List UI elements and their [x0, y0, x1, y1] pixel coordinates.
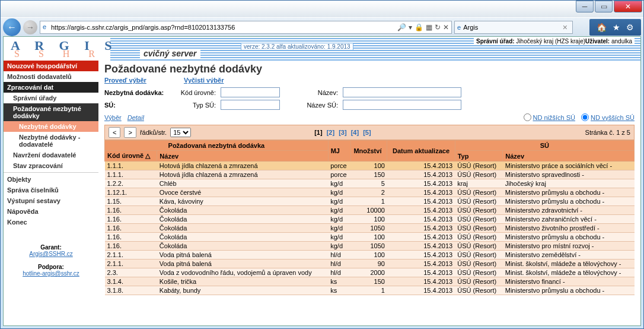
table-row[interactable]: 1.16.Čokoládakg/d105015.4.2013ÚSÚ (Resor… — [105, 242, 635, 251]
table-row[interactable]: 1.1.1.Hotová jídla chlazená a zmrazenápo… — [105, 170, 635, 179]
ie-icon: e — [43, 23, 51, 31]
app-window: ─ ▭ ✕ ← → e 🔎▾ 🔒 ▦ ↻ ✕ e Argis × 🏠 ★ — [0, 0, 644, 329]
tab-close-icon[interactable]: × — [563, 23, 568, 32]
server-label: cvičný server — [140, 49, 200, 58]
podpora-mail-link[interactable]: hotline-argis@sshr.cz — [7, 270, 95, 277]
nd-vyssich-radio[interactable]: ND vyšších SÚ — [581, 113, 635, 121]
sidebar-item-spravni-urady[interactable]: Správní úřady — [4, 93, 98, 103]
sidebar-item-navrzeni[interactable]: Navržení dodavatelé — [4, 150, 98, 160]
vycisti-vyber-link[interactable]: Vyčisti výběr — [184, 77, 224, 84]
forward-button[interactable]: → — [23, 20, 37, 34]
table-row[interactable]: 1.1.1.Hotová jídla chlazená a zmrazenápo… — [105, 162, 635, 170]
search-icon[interactable]: 🔎 — [397, 23, 406, 31]
prev-page-button[interactable]: < — [109, 127, 120, 138]
sidebar-title-nouzove: Nouzové hospodářství — [4, 61, 98, 71]
table-row[interactable]: 1.16.Čokoládakg/d1000015.4.2013ÚSÚ (Reso… — [105, 206, 635, 215]
page-header: A R G I S S S H R cvičný server verze: 2… — [4, 37, 640, 61]
table-row[interactable]: 3.1.8.Kabáty, bundyks115.4.2013ÚSÚ (Reso… — [105, 286, 635, 295]
favorites-icon[interactable]: ★ — [613, 23, 620, 32]
vyber-link[interactable]: Výběr — [104, 114, 122, 121]
page-title: Požadované nezbytné dodávky — [104, 63, 635, 75]
rows-per-page-select[interactable]: 15 — [170, 128, 191, 137]
table-row[interactable]: 2.1.1.Voda pitná balenáhl/d9015.4.2013ÚS… — [105, 260, 635, 268]
tab-title: Argis — [463, 24, 478, 31]
next-page-button[interactable]: > — [124, 127, 136, 138]
col-nazev[interactable]: Název — [157, 151, 328, 162]
filter-nazev-su-input[interactable] — [343, 100, 461, 110]
logo-sshr: S S H R — [14, 49, 103, 59]
settings-icon[interactable]: ⚙ — [626, 23, 634, 32]
table-row[interactable]: 1.12.1.Ovoce čerstvékg/d215.4.2013ÚSÚ (R… — [105, 188, 635, 197]
lock-icon: 🔒 — [415, 23, 423, 31]
filter-typ-input[interactable] — [221, 100, 280, 110]
refresh-icon[interactable]: ↻ — [435, 23, 441, 31]
table-row[interactable]: 2.1.1.Voda pitná balenáhl/d10015.4.2013Ú… — [105, 251, 635, 260]
ie-icon: e — [457, 24, 461, 31]
sidebar-item-vystupni[interactable]: Výstupní sestavy — [4, 195, 98, 206]
home-icon[interactable]: 🏠 — [597, 23, 607, 32]
table-row[interactable]: 1.2.2.Chlébkg/d515.4.2013krajJihočeský k… — [105, 179, 635, 188]
sidebar-item-moznosti[interactable]: Možnosti dodavatelů — [4, 71, 98, 82]
sidebar-item-konec[interactable]: Konec — [4, 217, 98, 227]
sidebar-title-zpracovani: Zpracování dat — [4, 82, 98, 93]
address-bar[interactable]: e 🔎▾ 🔒 ▦ ↻ ✕ — [40, 21, 452, 34]
filter-nazev-input[interactable] — [343, 87, 461, 97]
sidebar-item-objekty[interactable]: Objekty — [4, 174, 98, 185]
table-row[interactable]: 1.16.Čokoládakg/d105015.4.2013ÚSÚ (Resor… — [105, 224, 635, 233]
page-links[interactable]: [1] [2] [3] [4] [5] — [313, 129, 372, 136]
table-row[interactable]: 1.16.Čokoládakg/d10015.4.2013ÚSÚ (Resort… — [105, 233, 635, 242]
table-row[interactable]: 2.3.Voda z vodovodního řádu, vodojemů a … — [105, 268, 635, 277]
table-controls: < > řádků/str. 15 [1] [2] [3] [4] [5] St… — [104, 125, 635, 140]
sidebar: Nouzové hospodářství Možnosti dodavatelů… — [4, 61, 98, 325]
stop-icon[interactable]: ✕ — [443, 23, 449, 31]
minimize-button[interactable]: ─ — [576, 1, 594, 12]
header-user: Správní úřad: Jihočeský kraj (HZS kraje)… — [474, 38, 635, 45]
table-row[interactable]: 1.15.Káva, kávovinykg/d115.4.2013ÚSÚ (Re… — [105, 197, 635, 206]
browser-tab[interactable]: e Argis × — [454, 21, 573, 34]
page-content: A R G I S S S H R cvičný server verze: 2… — [3, 36, 641, 326]
maximize-button[interactable]: ▭ — [595, 1, 613, 12]
compat-icon[interactable]: ▦ — [426, 23, 432, 31]
col-nazev2[interactable]: Název — [503, 151, 635, 162]
version-label: verze: 2.3.2 alfa aktualizováno: 1.9.201… — [241, 43, 353, 50]
sidebar-item-nezbytne-dodavky[interactable]: Nezbytné dodávky — [4, 121, 98, 132]
data-table: Požadovaná nezbytná dodávka MJ Množství … — [104, 140, 635, 295]
detail-link[interactable]: Detail — [127, 114, 144, 121]
main-panel: Požadované nezbytné dodávky Proveď výběr… — [98, 61, 640, 325]
window-titlebar: ─ ▭ ✕ — [1, 1, 643, 17]
browser-toolbar: ← → e 🔎▾ 🔒 ▦ ↻ ✕ e Argis × 🏠 ★ ⚙ — [1, 17, 643, 36]
col-typ[interactable]: Typ — [455, 151, 503, 162]
table-row[interactable]: 1.16.Čokoládakg/d10015.4.2013ÚSÚ (Resort… — [105, 215, 635, 224]
toolbar-right: 🏠 ★ ⚙ — [589, 19, 641, 36]
garant-mail-link[interactable]: Argis@SSHR.cz — [7, 251, 95, 257]
url-input[interactable] — [51, 24, 394, 31]
filter-nezbytna-label: Nezbytná dodávka: — [104, 89, 170, 96]
sidebar-item-pozadovane[interactable]: Požadované nezbytné dodávky — [4, 103, 98, 121]
table-row[interactable]: 3.1.4.Košile, tričkaks15015.4.2013ÚSÚ (R… — [105, 277, 635, 286]
sidebar-item-sprava-ciselniku[interactable]: Správa číselníků — [4, 185, 98, 195]
sidebar-footer: Garant: Argis@SSHR.cz Podpora: hotline-a… — [4, 227, 98, 280]
back-button[interactable]: ← — [3, 18, 21, 36]
sidebar-item-stav[interactable]: Stav zpracování — [4, 160, 98, 171]
nd-nizsich-radio[interactable]: ND nižších SÚ — [524, 113, 576, 121]
page-info: Stránka č. 1 z 5 — [585, 129, 630, 136]
close-button[interactable]: ✕ — [614, 1, 642, 12]
filter-su-label: SÚ: — [104, 102, 170, 109]
col-kod[interactable]: Kód úrovně △ — [105, 151, 157, 162]
sidebar-item-napoveda[interactable]: Nápověda — [4, 206, 98, 217]
sidebar-item-nezbytne-dodavky-dod[interactable]: Nezbytné dodávky - dodavatelé — [4, 132, 98, 150]
proved-vyber-link[interactable]: Proveď výběr — [104, 77, 146, 84]
filter-kod-input[interactable] — [221, 87, 280, 97]
